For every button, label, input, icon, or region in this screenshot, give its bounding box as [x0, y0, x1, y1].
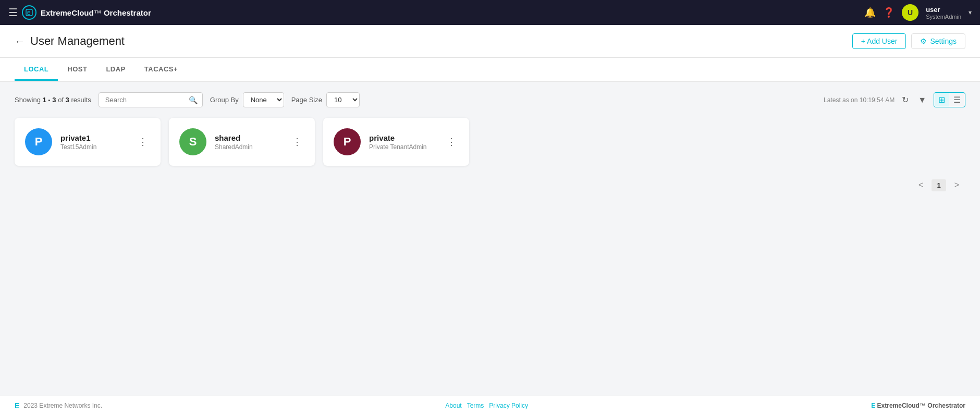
- user-card: P private Private TenantAdmin ⋮: [323, 118, 469, 166]
- user-card: P private1 Test15Admin ⋮: [15, 118, 161, 166]
- results-text: Showing 1 - 3 of 3 results: [15, 96, 91, 104]
- page-size-select[interactable]: 10 25 50 100: [326, 92, 360, 107]
- top-navigation: ☰ E ExtremeCloud™ Orchestrator 🔔 ❓ U use…: [0, 0, 980, 25]
- card-role: Private TenantAdmin: [369, 143, 436, 151]
- privacy-link[interactable]: Privacy Policy: [489, 402, 528, 409]
- card-name: private1: [60, 133, 128, 142]
- brand-logo: E: [22, 5, 36, 20]
- card-view-button[interactable]: ⊞: [934, 93, 949, 107]
- card-role: SharedAdmin: [215, 143, 282, 151]
- tab-ldap[interactable]: LDAP: [96, 58, 134, 81]
- refresh-button[interactable]: ↻: [900, 93, 911, 107]
- group-by-wrap: Group By None Role Status: [210, 92, 284, 107]
- view-toggle: ⊞ ☰: [934, 92, 965, 107]
- card-name: private: [369, 133, 436, 142]
- card-avatar: S: [179, 128, 206, 155]
- page-title-area: ← User Management: [15, 34, 125, 48]
- card-info: shared SharedAdmin: [215, 133, 282, 151]
- search-wrap: 🔍: [99, 92, 203, 107]
- user-card: S shared SharedAdmin ⋮: [169, 118, 315, 166]
- tabs-bar: LOCAL HOST LDAP TACACS+: [0, 58, 980, 82]
- group-by-select[interactable]: None Role Status: [243, 92, 284, 107]
- menu-button[interactable]: ☰: [8, 6, 18, 19]
- page-header: ← User Management + Add User ⚙ Settings: [0, 25, 980, 58]
- footer-links: About Terms Privacy Policy: [445, 402, 528, 409]
- notifications-button[interactable]: 🔔: [864, 7, 876, 18]
- filter-button[interactable]: ▼: [916, 93, 928, 107]
- current-page: 1: [932, 179, 946, 191]
- tab-tacacs[interactable]: TACACS+: [135, 58, 187, 81]
- settings-button[interactable]: ⚙ Settings: [911, 33, 965, 49]
- about-link[interactable]: About: [445, 402, 461, 409]
- toolbar: Showing 1 - 3 of 3 results 🔍 Group By No…: [15, 92, 965, 107]
- toolbar-right: Latest as on 10:19:54 AM ↻ ▼ ⊞ ☰: [824, 92, 965, 107]
- user-info: user SystemAdmin: [926, 6, 961, 20]
- main-content: Showing 1 - 3 of 3 results 🔍 Group By No…: [0, 82, 980, 396]
- brand-area: ☰ E ExtremeCloud™ Orchestrator: [8, 5, 859, 20]
- card-info: private Private TenantAdmin: [369, 133, 436, 151]
- page-actions: + Add User ⚙ Settings: [852, 33, 965, 49]
- list-view-button[interactable]: ☰: [949, 93, 965, 107]
- card-name: shared: [215, 133, 282, 142]
- user-menu-chevron[interactable]: ▾: [969, 9, 972, 16]
- cards-grid: P private1 Test15Admin ⋮ S shared Shared…: [15, 118, 965, 166]
- tab-local[interactable]: LOCAL: [15, 58, 58, 81]
- card-role: Test15Admin: [60, 143, 128, 151]
- footer-e-logo: E: [871, 402, 875, 409]
- page-size-wrap: Page Size 10 25 50 100: [291, 92, 360, 107]
- footer-left: E 2023 Extreme Networks Inc.: [15, 401, 102, 410]
- svg-text:E: E: [27, 10, 30, 16]
- card-info: private1 Test15Admin: [60, 133, 128, 151]
- help-button[interactable]: ❓: [883, 7, 895, 18]
- back-button[interactable]: ←: [15, 35, 25, 47]
- card-menu-button[interactable]: ⋮: [290, 135, 304, 149]
- search-input[interactable]: [99, 92, 203, 107]
- terms-link[interactable]: Terms: [467, 402, 484, 409]
- card-menu-button[interactable]: ⋮: [445, 135, 459, 149]
- footer: E 2023 Extreme Networks Inc. About Terms…: [0, 396, 980, 415]
- footer-logo: E: [15, 401, 19, 410]
- card-menu-button[interactable]: ⋮: [136, 135, 150, 149]
- prev-page-button[interactable]: <: [914, 178, 927, 192]
- page-title: User Management: [30, 34, 125, 48]
- app-title: ExtremeCloud™ Orchestrator: [41, 8, 151, 17]
- gear-icon: ⚙: [920, 37, 927, 45]
- footer-copyright: 2023 Extreme Networks Inc.: [23, 402, 102, 409]
- user-avatar: U: [902, 4, 918, 21]
- footer-brand-right: E ExtremeCloud™ Orchestrator: [871, 402, 965, 409]
- tab-host[interactable]: HOST: [58, 58, 96, 81]
- timestamp-label: Latest as on 10:19:54 AM: [824, 96, 895, 104]
- topnav-actions: 🔔 ❓ U user SystemAdmin ▾: [864, 4, 972, 21]
- card-avatar: P: [25, 128, 52, 155]
- next-page-button[interactable]: >: [950, 178, 963, 192]
- pagination: < 1 >: [15, 178, 965, 192]
- add-user-button[interactable]: + Add User: [852, 33, 906, 49]
- card-avatar: P: [334, 128, 361, 155]
